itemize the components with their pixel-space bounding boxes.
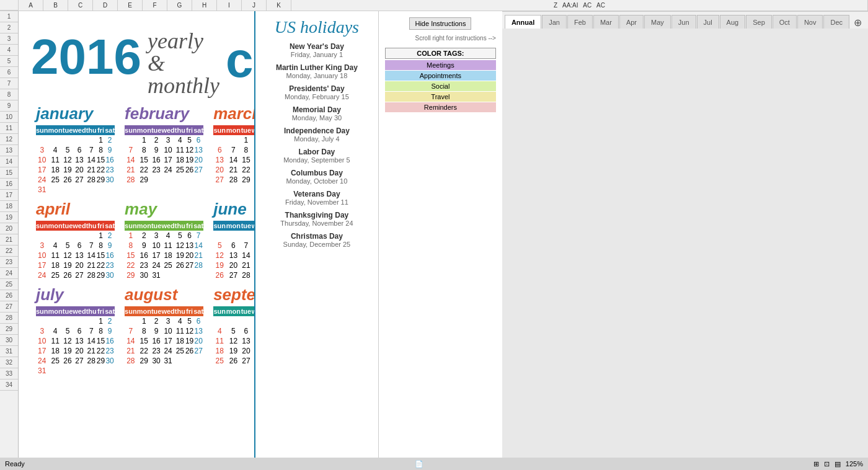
calendar-area: 2016 yearly & monthly calendar january s…: [19, 11, 502, 458]
day-cell: 30: [137, 270, 151, 280]
day-cell: 22: [241, 165, 251, 175]
day-cell: 15: [97, 251, 105, 260]
month-may: may sunmontuewedthufrisat 1234567 891011…: [120, 197, 208, 283]
day-cell: 26: [63, 270, 73, 280]
hide-instructions-button[interactable]: Hide Instructions: [409, 17, 471, 30]
table-row: 31: [36, 185, 115, 195]
month-name-february: february: [125, 104, 203, 123]
day-cell: 22: [137, 165, 151, 175]
month-name-may: may: [125, 200, 203, 219]
cal-table-january: sun mon tue wed thu fri sat 12 3456789: [36, 125, 115, 195]
holidays-list: New Year's DayFriday, January 1Martin Lu…: [262, 42, 372, 248]
day-cell: 14: [125, 336, 137, 346]
day-cell: 14: [86, 336, 97, 346]
day-cell: [125, 135, 137, 145]
day-cell: 29: [241, 175, 251, 185]
day-cell: 17: [36, 165, 48, 175]
table-row: 28293031: [125, 356, 203, 366]
day-cell: 10: [36, 251, 48, 260]
day-cell: 25: [161, 260, 174, 270]
day-cell: 18: [175, 155, 185, 165]
sheet-tab-icon: 📄: [415, 460, 423, 468]
sheet-tab-nov[interactable]: Nov: [797, 15, 823, 29]
hdr-sat: sat: [193, 221, 203, 231]
day-cell: 14: [86, 251, 97, 260]
day-cell: [193, 270, 203, 280]
hdr-mon: mon: [48, 221, 63, 231]
holiday-item: Independence DayMonday, July 4: [262, 126, 372, 143]
day-cell: [73, 185, 86, 195]
day-cell: 1: [125, 231, 137, 241]
day-cell: 21: [226, 165, 241, 175]
sheet-tab-feb[interactable]: Feb: [567, 15, 593, 29]
hdr-thu: thu: [175, 306, 185, 316]
day-cell: [63, 366, 73, 376]
day-cell: 18: [48, 346, 63, 356]
sheet-tab-aug[interactable]: Aug: [720, 15, 746, 29]
day-cell: 4: [48, 326, 63, 336]
table-row: 22232425262728: [125, 260, 203, 270]
day-cell: 23: [151, 165, 162, 175]
view-page-icon[interactable]: ⊡: [824, 460, 830, 468]
sheet-tab-mar[interactable]: Mar: [593, 15, 619, 29]
day-cell: 30: [105, 270, 115, 280]
day-cell: 16: [151, 155, 162, 165]
day-cell: [48, 185, 63, 195]
day-cell: 12: [185, 145, 193, 155]
sheet-tab-apr[interactable]: Apr: [619, 15, 644, 29]
table-row: 14151617181920: [125, 155, 203, 165]
add-sheet-button[interactable]: ⊕: [850, 17, 866, 29]
hdr-sat: sat: [193, 306, 203, 316]
ready-status: Ready: [5, 460, 25, 468]
day-cell: [175, 175, 185, 185]
day-cell: 4: [161, 231, 174, 241]
day-cell: 12: [226, 336, 241, 346]
view-normal-icon[interactable]: ⊞: [813, 460, 819, 468]
sheet-tab-may[interactable]: May: [644, 15, 671, 29]
sheet-tab-sep[interactable]: Sep: [746, 15, 772, 29]
day-cell: 5: [226, 326, 241, 336]
month-name-january: january: [36, 104, 115, 123]
day-cell: 26: [213, 270, 226, 280]
table-row: 13141516171819: [213, 155, 254, 165]
day-cell: 2: [105, 231, 115, 241]
table-row: 31: [36, 366, 115, 376]
holiday-date: Friday, November 11: [262, 198, 372, 206]
sheet-tab-oct[interactable]: Oct: [773, 15, 797, 29]
sheet-tab-jul[interactable]: Jul: [697, 15, 719, 29]
day-cell: 15: [125, 251, 137, 260]
day-cell: 13: [213, 155, 226, 165]
main-area: 1 2 3 4 5 6 7 8 9 10 11 12 13 14 15 16 1…: [0, 11, 868, 458]
day-cell: 30: [105, 356, 115, 366]
table-row: 17181920212223: [36, 165, 115, 175]
day-cell: 9: [105, 326, 115, 336]
hdr-sun: sun: [36, 221, 48, 231]
table-row: 12345: [213, 135, 254, 145]
day-cell: [226, 316, 241, 326]
day-cell: 28: [241, 270, 251, 280]
hdr-tue: tue: [63, 306, 73, 316]
cal-table-june: sunmontuewedthufrisat 1234 567891011 121…: [213, 221, 254, 280]
middle-title: yearly & monthly: [148, 17, 219, 97]
day-cell: 26: [63, 356, 73, 366]
day-cell: 27: [73, 270, 86, 280]
day-cell: 5: [63, 326, 73, 336]
day-cell: 21: [193, 251, 203, 260]
day-cell: 20: [213, 165, 226, 175]
day-cell: 4: [48, 145, 63, 155]
day-cell: 24: [151, 260, 162, 270]
sheet-tab-annual[interactable]: Annual: [505, 15, 541, 29]
color-tag-item: Reminders: [385, 102, 496, 112]
view-layout-icon[interactable]: ▤: [835, 460, 841, 468]
hdr-sun: sun: [125, 221, 137, 231]
day-cell: 18: [213, 346, 226, 356]
sheet-tab-dec[interactable]: Dec: [823, 15, 849, 29]
day-cell: [185, 270, 193, 280]
month-january: january sun mon tue wed thu fri sat: [31, 102, 120, 197]
sheet-tab-jun[interactable]: Jun: [671, 15, 696, 29]
hdr-sun: sun: [125, 125, 137, 135]
hdr-sat: sat: [105, 125, 115, 135]
day-cell: 8: [241, 145, 251, 155]
sheet-tab-jan[interactable]: Jan: [542, 15, 567, 29]
day-cell: 6: [226, 241, 241, 251]
